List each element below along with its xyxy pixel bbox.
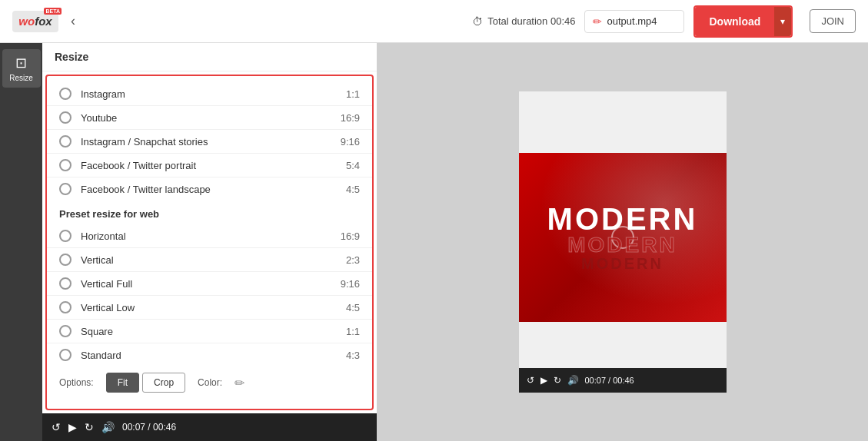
sidebar-item-resize[interactable]: ⊡ Resize [2,49,41,88]
web-resize-option[interactable]: Horizontal 16:9 [47,224,372,248]
modern-text: MODERN MODERN MODERN [547,204,698,271]
radio-circle [59,301,72,313]
option-ratio: 5:4 [346,160,360,171]
option-ratio: 1:1 [346,88,360,100]
radio-circle [59,135,72,148]
download-button[interactable]: Download [695,7,774,36]
resize-icon: ⊡ [15,55,27,71]
preview-restart-icon[interactable]: ↺ [527,375,534,386]
option-ratio: 1:1 [346,326,360,337]
resize-option[interactable]: Instagram 1:1 [47,82,372,106]
header: wofox BETA ‹ ⏱ Total duration 00:46 ✏ ou… [0,0,868,43]
radio-circle [59,111,72,124]
filename-text: output.mp4 [607,15,657,27]
fit-crop-buttons: Fit Crop [106,373,185,393]
resize-panel: Resize Instagram 1:1 Youtube 16:9 Instag… [42,43,377,441]
logo-badge: BETA [44,8,62,15]
option-label: Horizontal [81,230,341,242]
duration-label: Total duration 00:46 [487,15,575,27]
resize-option[interactable]: Instagram / Snapchat stories 9:16 [47,130,372,154]
loop-icon[interactable]: ↻ [85,421,94,433]
option-label: Square [81,326,346,337]
options-row: Options: Fit Crop Color: ✏ [47,366,372,399]
option-label: Vertical [81,254,346,266]
option-label: Facebook / Twitter landscape [81,184,346,195]
option-label: Instagram [81,88,346,100]
fit-button[interactable]: Fit [106,373,139,393]
edit-icon: ✏ [593,15,602,28]
resize-option[interactable]: Facebook / Twitter portrait 5:4 [47,154,372,177]
video-bottom-space [519,322,727,368]
duration-info: ⏱ Total duration 00:46 [472,15,575,28]
time-display: 00:07 / 00:46 [122,422,176,433]
sidebar: ⊡ Resize [0,43,42,441]
video-preview: MODERN MODERN MODERN [519,91,727,368]
radio-circle [59,88,72,100]
option-ratio: 16:9 [341,230,360,242]
video-image: MODERN MODERN MODERN [519,153,727,322]
option-label: Youtube [81,112,341,124]
web-resize-option[interactable]: Vertical 2:3 [47,248,372,272]
restart-icon[interactable]: ↺ [52,421,61,433]
play-icon[interactable]: ▶ [68,421,77,433]
web-resize-option[interactable]: Standard 4:3 [47,343,372,366]
option-ratio: 4:5 [346,302,360,313]
clock-icon: ⏱ [472,15,483,28]
preview-time-display: 00:07 / 00:46 [585,376,634,385]
option-label: Instagram / Snapchat stories [81,136,341,148]
crop-button[interactable]: Crop [142,373,185,393]
radio-circle [59,254,72,266]
web-resize-option[interactable]: Square 1:1 [47,320,372,343]
option-ratio: 16:9 [341,112,360,124]
resize-options-container: Instagram 1:1 Youtube 16:9 Instagram / S… [45,75,374,410]
radio-circle [59,230,72,242]
radio-circle [59,159,72,171]
sidebar-item-label: Resize [9,74,33,82]
option-label: Vertical Full [81,278,341,290]
logo: wofox BETA [12,11,58,32]
video-preview-container: MODERN MODERN MODERN ↺ ▶ ↻ 🔊 00:07 / 00:… [519,91,727,393]
web-options-list: Horizontal 16:9 Vertical 2:3 Vertical Fu… [47,224,372,366]
social-options-list: Instagram 1:1 Youtube 16:9 Instagram / S… [47,82,372,201]
back-button[interactable]: ‹ [71,13,75,29]
web-resize-option[interactable]: Vertical Low 4:5 [47,296,372,320]
download-btn-group: Download ▾ [693,5,793,38]
resize-option[interactable]: Youtube 16:9 [47,106,372,130]
option-ratio: 2:3 [346,254,360,266]
modern-echo1-text: MODERN [547,234,698,256]
preview-transport: ↺ ▶ ↻ 🔊 00:07 / 00:46 [519,368,727,393]
resize-panel-title: Resize [42,43,377,71]
option-ratio: 9:16 [341,278,360,290]
color-picker-icon[interactable]: ✏ [234,376,244,390]
preview-volume-icon[interactable]: 🔊 [567,375,579,386]
radio-circle [59,277,72,290]
main-area: ⊡ Resize Resize Instagram 1:1 Youtube 16… [0,43,868,441]
logo-area: wofox BETA ‹ [12,11,75,32]
filename-box[interactable]: ✏ output.mp4 [584,10,684,33]
preview-loop-icon[interactable]: ↻ [554,375,561,386]
download-dropdown-button[interactable]: ▾ [774,7,791,36]
option-label: Standard [81,350,346,361]
radio-circle [59,325,72,337]
join-button[interactable]: JOIN [810,9,856,33]
web-resize-option[interactable]: Vertical Full 9:16 [47,272,372,296]
color-label: Color: [198,377,222,388]
resize-option[interactable]: Facebook / Twitter landscape 4:5 [47,177,372,201]
preview-play-icon[interactable]: ▶ [540,375,547,386]
modern-echo2-text: MODERN [547,256,698,271]
transport-bar: ↺ ▶ ↻ 🔊 00:07 / 00:46 [42,413,377,441]
web-section-heading: Preset resize for web [47,201,372,224]
modern-main-text: MODERN [547,204,698,234]
radio-circle [59,349,72,361]
options-label: Options: [59,377,94,388]
option-ratio: 4:3 [346,350,360,361]
preview-area: MODERN MODERN MODERN ↺ ▶ ↻ 🔊 00:07 / 00:… [377,43,868,441]
option-ratio: 4:5 [346,184,360,195]
option-label: Facebook / Twitter portrait [81,160,346,171]
radio-circle [59,183,72,195]
video-top-space [519,91,727,153]
option-label: Vertical Low [81,302,346,313]
volume-icon[interactable]: 🔊 [101,421,115,433]
option-ratio: 9:16 [341,136,360,148]
